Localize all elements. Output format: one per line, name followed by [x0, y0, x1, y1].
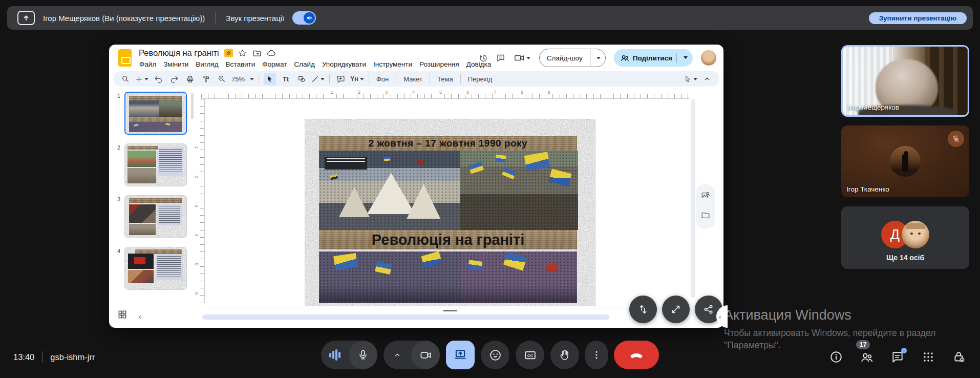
meeting-details-button[interactable] [829, 350, 843, 364]
current-slide[interactable]: 2 жовтня – 17 жовтня 1990 року Революція… [305, 119, 595, 306]
notes-resize-handle[interactable] [443, 310, 457, 311]
transition-button[interactable]: Перехід [465, 75, 495, 83]
theme-button[interactable]: Тема [435, 75, 456, 83]
paint-format-icon[interactable] [200, 73, 212, 85]
canvas-vertical-scrollbar[interactable] [691, 99, 695, 298]
more-options-button[interactable] [585, 341, 608, 369]
slide-photo-crowd-bottom [319, 251, 577, 303]
share-button[interactable]: Поділитися [614, 49, 693, 67]
hruler-number: 7 [494, 90, 496, 95]
slides-logo-icon[interactable] [118, 49, 132, 67]
menu-5[interactable]: Формат [259, 59, 290, 69]
slide-thumbnail-2[interactable] [124, 143, 187, 186]
document-title[interactable]: Революція на граніті [139, 48, 219, 58]
presentation-audio-label: Звук презентації [226, 14, 284, 23]
menu-1[interactable]: Файл [136, 59, 160, 69]
folder-icon[interactable] [701, 211, 710, 222]
fullscreen-button[interactable] [662, 296, 690, 323]
background-button[interactable]: Фон [374, 75, 391, 83]
share-options-caret[interactable] [676, 53, 693, 63]
clock-time: 13:40 [13, 352, 34, 362]
star-icon[interactable] [238, 49, 247, 58]
vruler-number: 2 [194, 175, 199, 178]
scroll-control-button[interactable] [629, 296, 657, 323]
meet-camera-icon[interactable] [514, 53, 531, 62]
people-icon [614, 53, 630, 63]
collapse-toolbar-icon[interactable] [701, 73, 713, 85]
chat-button[interactable] [891, 350, 904, 364]
line-tool[interactable] [311, 73, 325, 85]
mic-icon[interactable] [349, 341, 377, 369]
presenting-top-bar: Ігор Мещеряков (Ви (показуєте презентаці… [7, 6, 973, 30]
microphone-button[interactable] [321, 341, 377, 369]
menu-7[interactable]: Упорядкувати [318, 59, 370, 69]
vruler-number: 4 [194, 234, 199, 236]
version-history-icon[interactable] [479, 53, 488, 62]
present-screen-icon [17, 11, 35, 25]
camera-options-chevron[interactable] [384, 341, 411, 369]
activities-button[interactable] [922, 350, 935, 364]
present-screen-button[interactable] [446, 341, 475, 369]
slide-photo-tents [319, 151, 460, 230]
hruler-number: 4 [412, 90, 415, 95]
zoom-icon[interactable] [216, 73, 228, 85]
grid-view-icon[interactable] [117, 309, 129, 321]
layout-button[interactable]: Макет [401, 75, 425, 83]
slide-thumbnail-4[interactable] [124, 247, 187, 290]
camera-icon[interactable] [411, 341, 440, 369]
reactions-button[interactable] [481, 341, 509, 369]
stop-presentation-button[interactable]: Зупинити презентацію [869, 12, 967, 24]
participant-photo-avatar [902, 221, 929, 248]
presentation-audio-toggle[interactable] [292, 11, 316, 25]
account-avatar[interactable] [701, 50, 716, 66]
menu-2[interactable]: Змінити [160, 59, 192, 69]
slide-thumbnail-3[interactable] [124, 195, 187, 238]
text-box-tool[interactable]: Tt [280, 73, 292, 85]
menu-9[interactable]: Розширення [416, 59, 463, 69]
zoom-caret[interactable] [250, 78, 254, 80]
collapse-filmstrip-icon[interactable]: ‹ [139, 312, 141, 321]
more-participants-tile[interactable]: Д Ще 14 осіб [841, 206, 969, 269]
image-search-icon[interactable] [701, 191, 710, 202]
undo-icon[interactable] [152, 73, 164, 85]
menu-6[interactable]: Слайд [290, 59, 318, 69]
canvas-horizontal-scrollbar[interactable] [202, 314, 609, 320]
zoom-level-select[interactable]: 75% [231, 75, 245, 83]
horizontal-ruler [201, 94, 690, 99]
slide-date-banner: 2 жовтня – 17 жовтня 1990 року [319, 136, 577, 151]
new-slide-button[interactable] [135, 73, 148, 85]
slide-photo-crowd-flags [460, 151, 578, 230]
laser-pointer-tool[interactable] [684, 73, 697, 85]
cloud-status-icon[interactable] [267, 49, 276, 58]
vruler-number: 6 [194, 292, 199, 295]
meeting-code: gsb-ishm-jrr [50, 352, 95, 362]
participant-tile-2[interactable]: Ігор Ткаченко [841, 125, 969, 197]
vruler-number: 3 [194, 204, 199, 207]
raise-hand-button[interactable] [550, 341, 579, 369]
menu-8[interactable]: Інструменти [370, 59, 416, 69]
slide-thumbnail-1[interactable] [124, 92, 187, 135]
participant-tile-self[interactable]: Ігор Мещеряков [841, 45, 969, 117]
text-language-tool[interactable]: Yн [350, 73, 364, 85]
hruler-number: 3 [385, 90, 388, 95]
move-folder-icon[interactable] [252, 49, 262, 58]
redo-icon[interactable] [168, 73, 180, 85]
notes-divider [206, 308, 690, 308]
shape-tool[interactable] [295, 73, 308, 85]
google-meet-screen: Ігор Мещеряков (Ви (показуєте презентаці… [0, 0, 980, 378]
thumbnails-scrollbar[interactable] [191, 93, 194, 119]
select-tool[interactable] [264, 73, 276, 85]
camera-button[interactable] [384, 341, 440, 369]
host-controls-button[interactable] [952, 350, 966, 364]
captions-button[interactable]: CC [516, 341, 544, 369]
comments-icon[interactable] [496, 53, 505, 62]
slideshow-button[interactable]: Слайд-шоу [539, 49, 606, 67]
search-tools-icon[interactable] [119, 73, 132, 85]
slideshow-options-caret[interactable] [590, 49, 605, 67]
slide-title-banner: Революція на граніті [319, 230, 577, 249]
divider [215, 12, 216, 24]
end-call-button[interactable] [614, 341, 659, 369]
insert-comment-icon[interactable] [334, 73, 347, 85]
people-button[interactable]: 17 [860, 350, 874, 364]
menu-4[interactable]: Вставити [222, 59, 259, 69]
